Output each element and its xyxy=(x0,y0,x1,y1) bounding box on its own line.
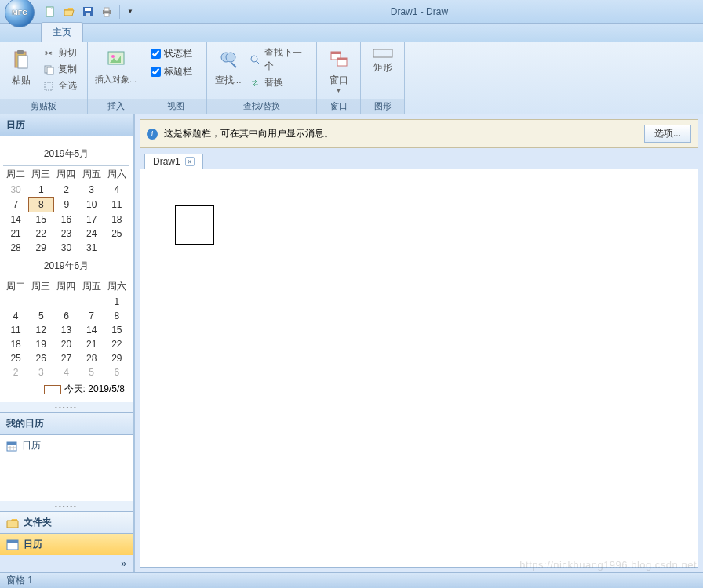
nav-expand-chevron[interactable]: » xyxy=(0,555,133,572)
qat-new-button[interactable] xyxy=(42,4,58,20)
calendar-day[interactable]: 30 xyxy=(53,241,78,255)
calendar-day[interactable]: 21 xyxy=(79,337,104,351)
nav-folder[interactable]: 文件夹 xyxy=(0,511,133,533)
calendar-day[interactable]: 24 xyxy=(79,227,104,241)
calendar-day[interactable]: 1 xyxy=(28,183,53,198)
nav-calendar[interactable]: 日历 xyxy=(0,533,133,555)
calendar-day[interactable]: 2 xyxy=(3,365,28,379)
calendar-day[interactable] xyxy=(104,241,129,255)
calendar-day[interactable] xyxy=(53,295,78,309)
calendar-day[interactable]: 16 xyxy=(53,212,78,227)
calendar-day[interactable]: 10 xyxy=(79,198,104,212)
paste-label: 粘贴 xyxy=(12,74,31,87)
month2-table[interactable]: 周二周三周四周五周六145678111213141518192021222526… xyxy=(3,278,129,379)
calendar-day[interactable]: 3 xyxy=(79,183,104,198)
calendar-day[interactable]: 9 xyxy=(53,198,78,212)
today-row[interactable]: 今天: 2019/5/8 xyxy=(3,379,129,396)
qat-save-button[interactable] xyxy=(80,4,96,20)
drawing-canvas[interactable] xyxy=(140,169,698,568)
calendar-day[interactable]: 19 xyxy=(28,337,53,351)
doc-tab-close-icon[interactable]: × xyxy=(185,157,195,166)
calendar-day[interactable]: 6 xyxy=(53,309,78,323)
calendar-day[interactable]: 8 xyxy=(104,309,129,323)
insert-object-button[interactable]: 插入对象... xyxy=(93,45,139,87)
find-button[interactable]: 查找... xyxy=(212,45,244,89)
tab-home[interactable]: 主页 xyxy=(41,22,83,42)
grip-handle-2[interactable]: •••••• xyxy=(0,501,133,511)
paste-button[interactable]: 粘贴 xyxy=(5,45,38,89)
calendar-day[interactable] xyxy=(3,295,28,309)
calendar-day[interactable]: 8 xyxy=(28,198,53,212)
calendar-day[interactable]: 13 xyxy=(53,323,78,337)
calendar-day[interactable]: 28 xyxy=(3,241,28,255)
qat-dropdown[interactable]: ▼ xyxy=(125,8,136,15)
calendar-day[interactable] xyxy=(28,295,53,309)
group-clipboard-label: 剪贴板 xyxy=(0,99,87,114)
find-next-button[interactable]: 查找下一个 xyxy=(247,45,311,74)
calendar-day[interactable]: 20 xyxy=(53,337,78,351)
calendar-day[interactable]: 18 xyxy=(104,212,129,227)
calendar-day[interactable]: 3 xyxy=(28,365,53,379)
cut-button[interactable]: ✂ 剪切 xyxy=(41,45,78,60)
calendar-day[interactable]: 26 xyxy=(28,351,53,365)
calendar-day[interactable]: 15 xyxy=(104,323,129,337)
info-options-button[interactable]: 选项... xyxy=(644,125,691,143)
doc-tab-draw1[interactable]: Draw1 × xyxy=(144,154,203,169)
window-button[interactable]: 窗口 ▼ xyxy=(322,45,355,96)
select-all-button[interactable]: 全选 xyxy=(41,78,78,93)
calendar-day[interactable]: 31 xyxy=(79,241,104,255)
calendar-day[interactable]: 15 xyxy=(28,212,53,227)
calendar-day[interactable]: 2 xyxy=(53,183,78,198)
status-bar-checkbox[interactable]: 状态栏 xyxy=(149,45,194,62)
replace-button[interactable]: 替换 xyxy=(247,75,311,90)
calendar-day[interactable]: 11 xyxy=(104,198,129,212)
calendar-day[interactable]: 4 xyxy=(3,309,28,323)
month1-table[interactable]: 周二周三周四周五周六301234789101114151617182122232… xyxy=(3,165,129,255)
calendar-day[interactable]: 14 xyxy=(3,212,28,227)
qat-print-button[interactable] xyxy=(99,4,115,20)
calendar-day[interactable]: 29 xyxy=(28,241,53,255)
calendar-day[interactable]: 17 xyxy=(79,212,104,227)
svg-point-18 xyxy=(251,56,257,62)
calendar-day[interactable]: 1 xyxy=(104,295,129,309)
drawn-rectangle[interactable] xyxy=(175,205,214,245)
calendar-item[interactable]: 日历 xyxy=(0,435,133,456)
calendar-day[interactable]: 22 xyxy=(28,227,53,241)
calendar-day[interactable]: 27 xyxy=(53,351,78,365)
calendar-day[interactable]: 30 xyxy=(3,183,28,198)
calendar-day[interactable]: 25 xyxy=(3,351,28,365)
main-panel: i 这是标题栏，可在其中向用户显示消息。 选项... Draw1 × xyxy=(135,114,703,572)
calendar-day[interactable] xyxy=(79,295,104,309)
find-next-icon xyxy=(249,53,261,66)
app-orb-button[interactable]: MFC xyxy=(5,0,35,27)
calendar-day[interactable]: 5 xyxy=(79,365,104,379)
svg-point-14 xyxy=(111,55,115,58)
calendar-day[interactable]: 21 xyxy=(3,227,28,241)
calendar-day[interactable]: 14 xyxy=(79,323,104,337)
calendar-day[interactable]: 5 xyxy=(28,309,53,323)
calendar-day[interactable]: 4 xyxy=(53,365,78,379)
calendar-day[interactable]: 22 xyxy=(104,337,129,351)
qat-open-button[interactable] xyxy=(61,4,77,20)
svg-rect-12 xyxy=(45,82,53,90)
status-bar-check[interactable] xyxy=(151,49,161,59)
calendar-day[interactable]: 18 xyxy=(3,337,28,351)
calendar-day[interactable]: 11 xyxy=(3,323,28,337)
calendar-day[interactable]: 4 xyxy=(104,183,129,198)
calendar-day[interactable]: 23 xyxy=(53,227,78,241)
select-all-label: 全选 xyxy=(58,79,77,93)
calendar-day[interactable]: 25 xyxy=(104,227,129,241)
calendar-day[interactable]: 6 xyxy=(104,365,129,379)
title-bar-checkbox[interactable]: 标题栏 xyxy=(149,64,194,80)
title-bar-check[interactable] xyxy=(151,67,161,77)
calendar-day[interactable]: 28 xyxy=(79,351,104,365)
group-shapes-label: 图形 xyxy=(361,99,404,114)
grip-handle[interactable]: •••••• xyxy=(0,402,133,412)
rectangle-button[interactable]: 矩形 xyxy=(366,45,399,76)
copy-button[interactable]: 复制 xyxy=(41,62,78,77)
calendar-day[interactable]: 12 xyxy=(28,323,53,337)
calendar-day[interactable]: 29 xyxy=(104,351,129,365)
calendar-day[interactable]: 7 xyxy=(79,309,104,323)
my-calendar-header[interactable]: 我的日历 xyxy=(0,412,133,435)
calendar-day[interactable]: 7 xyxy=(3,198,28,212)
